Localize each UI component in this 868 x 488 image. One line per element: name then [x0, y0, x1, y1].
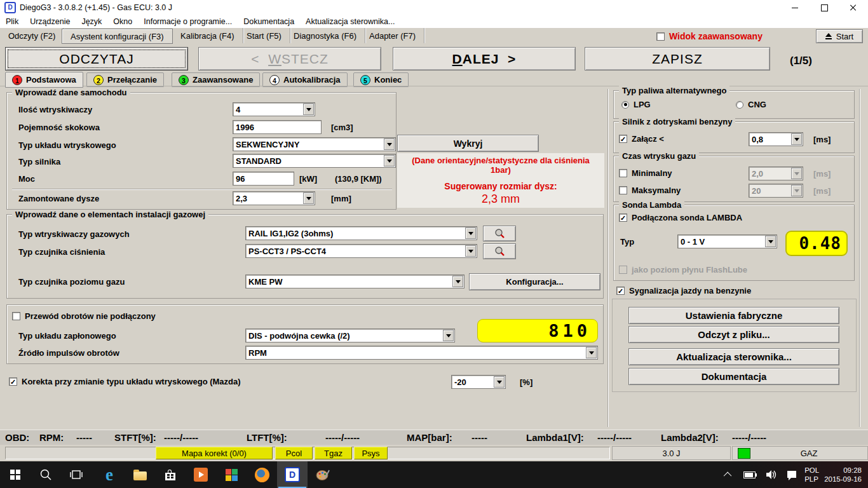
menu-jezyk[interactable]: Język [76, 17, 107, 26]
petrol-signal-checkbox[interactable]: ✓ Sygnalizacja jazdy na benzynie [616, 286, 751, 295]
menu-plik[interactable]: Plik [0, 17, 24, 26]
task-view-button[interactable] [61, 461, 92, 488]
power-input[interactable]: 96 [233, 172, 294, 186]
menu-urzadzenie[interactable]: Urządzenie [24, 17, 76, 26]
chevron-down-icon[interactable] [384, 139, 395, 150]
taskbar-explorer-button[interactable] [125, 461, 155, 488]
chevron-down-icon[interactable] [452, 276, 463, 287]
tab-diagnostyka[interactable]: Diagnostyka (F6) [285, 28, 365, 43]
psys-button[interactable]: Psys [354, 447, 388, 459]
chevron-down-icon[interactable] [303, 104, 314, 115]
lambda-type-select[interactable]: 0 - 1 V [677, 234, 777, 248]
wizard-tab-autokalibracja[interactable]: 4 Autokalibracja [262, 72, 348, 87]
petrol-enable-checkbox-box[interactable]: ✓ [619, 135, 627, 143]
rpm-wire-checkbox-box[interactable] [12, 312, 20, 320]
konfiguracja-button[interactable]: Konfiguracja... [469, 273, 600, 290]
displacement-input[interactable]: 1996 [233, 120, 322, 134]
language-indicator[interactable]: POL PLP [804, 466, 819, 484]
wykryj-button[interactable]: Wykryj [397, 135, 539, 152]
wizard-tab-zaawansowane[interactable]: 3 Zaawansowane [172, 72, 260, 87]
rpm-source-select[interactable]: RPM [245, 346, 598, 360]
taskbar-photos-button[interactable] [216, 461, 247, 488]
cng-radio[interactable]: CNG [736, 100, 766, 109]
odczytaj-button[interactable]: ODCZYTAJ [5, 47, 188, 71]
ignition-type-select[interactable]: DIS - podwójna cewka (/2) [245, 329, 455, 342]
mazda-correction-select[interactable]: -20 [451, 375, 506, 389]
pressure-sensor-select[interactable]: PS-CCT3 / PS-CCT4 [245, 244, 477, 258]
aktualizacja-sterownika-button[interactable]: Aktualizacja sterownika... [628, 348, 839, 365]
rpm-wire-checkbox[interactable]: Przewód obrotów nie podłączony [12, 311, 156, 321]
lpg-radio[interactable]: LPG [621, 100, 651, 109]
menu-dokumentacja[interactable]: Dokumentacja [238, 17, 300, 26]
taskbar-diegog3-button[interactable]: D [277, 461, 308, 488]
tray-battery-button[interactable] [739, 461, 760, 488]
close-button[interactable] [839, 0, 868, 15]
dalej-button[interactable]: DALEJ > [393, 47, 576, 71]
cng-radio-circle[interactable] [736, 101, 743, 109]
chevron-down-icon[interactable] [765, 236, 776, 247]
advanced-view-checkbox-box[interactable] [656, 32, 665, 41]
tgaz-button[interactable]: Tgaz [315, 447, 352, 459]
start-eject-button[interactable]: Start [816, 29, 863, 43]
mapa-korekt-button[interactable]: Mapa korekt (0/0) [156, 447, 273, 459]
chevron-down-icon[interactable] [303, 193, 314, 204]
zapisz-button[interactable]: ZAPISZ [585, 47, 770, 71]
taskbar-clock[interactable]: 09:28 2015-09-16 [824, 466, 862, 484]
injection-type-select[interactable]: SEKWENCYJNY [233, 137, 396, 151]
petrol-threshold-select[interactable]: 0,8 [749, 132, 803, 146]
wizard-tab-koniec[interactable]: 5 Koniec [353, 72, 409, 87]
chevron-down-icon[interactable] [384, 155, 395, 166]
taskbar-paint-button[interactable] [308, 461, 338, 488]
min-gas-time-checkbox[interactable]: Minimalny [619, 168, 672, 178]
gas-injector-type-select[interactable]: RAIL IG1,IG2 (3ohms) [245, 226, 477, 240]
chevron-down-icon[interactable] [586, 347, 597, 358]
ustawienia-fabryczne-button[interactable]: Ustawienia fabryczne [628, 307, 839, 324]
engine-type-select[interactable]: STANDARD [233, 154, 396, 168]
max-gas-time-checkbox-box[interactable] [619, 186, 627, 194]
chevron-down-icon[interactable] [494, 376, 505, 388]
tab-asystent-konfiguracji[interactable]: Asystent konfiguracji (F3) [62, 29, 173, 44]
tab-odczyty[interactable]: Odczyty (F2) [0, 28, 64, 43]
mazda-correction-checkbox[interactable]: ✓ Korekta przy zmianie typu układu wtrys… [9, 377, 241, 386]
advanced-view-checkbox[interactable]: Widok zaawansowany [656, 31, 763, 41]
pcol-button[interactable]: Pcol [275, 447, 313, 459]
gas-injector-search-button[interactable] [483, 226, 516, 241]
wstecz-button[interactable]: < WSTECZ [198, 47, 381, 71]
chevron-down-icon[interactable] [465, 227, 476, 239]
pressure-sensor-search-button[interactable] [483, 243, 516, 259]
lpg-radio-circle[interactable] [621, 101, 629, 109]
lambda-connected-checkbox-box[interactable]: ✓ [619, 214, 627, 222]
action-center-button[interactable] [781, 461, 802, 488]
dokumentacja-button[interactable]: Dokumentacja [628, 368, 839, 385]
petrol-signal-checkbox-box[interactable]: ✓ [616, 287, 625, 295]
mazda-correction-checkbox-box[interactable]: ✓ [9, 377, 17, 386]
chevron-down-icon[interactable] [791, 133, 802, 145]
tab-kalibracja[interactable]: Kalibracja (F4) [172, 28, 243, 43]
chevron-down-icon[interactable] [465, 245, 476, 257]
menu-informacje[interactable]: Informacje o programie... [138, 17, 238, 26]
min-gas-time-checkbox-box[interactable] [619, 169, 627, 177]
menu-okno[interactable]: Okno [107, 17, 138, 26]
wizard-tab-przelaczanie[interactable]: 2 Przełączanie [86, 72, 164, 87]
taskbar-store-button[interactable] [155, 461, 186, 488]
minimize-button[interactable] [780, 0, 810, 15]
taskbar-media-button[interactable] [186, 461, 216, 488]
tab-adapter[interactable]: Adapter (F7) [361, 28, 424, 43]
chevron-down-icon[interactable] [443, 330, 454, 341]
tray-volume-button[interactable] [760, 461, 781, 488]
taskbar-edge-button[interactable]: e [94, 461, 125, 488]
tab-start[interactable]: Start (F5) [238, 28, 290, 43]
gas-level-sensor-select[interactable]: KME PW [245, 274, 465, 288]
max-gas-time-checkbox[interactable]: Maksymalny [619, 186, 681, 195]
lambda-connected-checkbox[interactable]: ✓ Podłączona sonda LAMBDA [619, 213, 742, 222]
nozzles-select[interactable]: 2,3 [233, 191, 315, 205]
tray-expand-button[interactable] [718, 461, 739, 488]
start-menu-button[interactable] [0, 461, 31, 488]
odczyt-z-pliku-button[interactable]: Odczyt z pliku... [628, 326, 839, 343]
taskbar-search-button[interactable] [31, 461, 61, 488]
wizard-tab-podstawowa[interactable]: 1 Podstawowa [5, 72, 83, 88]
petrol-enable-checkbox[interactable]: ✓ Załącz < [619, 134, 664, 144]
injector-count-select[interactable]: 4 [233, 102, 315, 116]
taskbar-firefox-button[interactable] [247, 461, 277, 488]
menu-aktualizacja[interactable]: Aktualizacja sterownika... [300, 17, 400, 26]
